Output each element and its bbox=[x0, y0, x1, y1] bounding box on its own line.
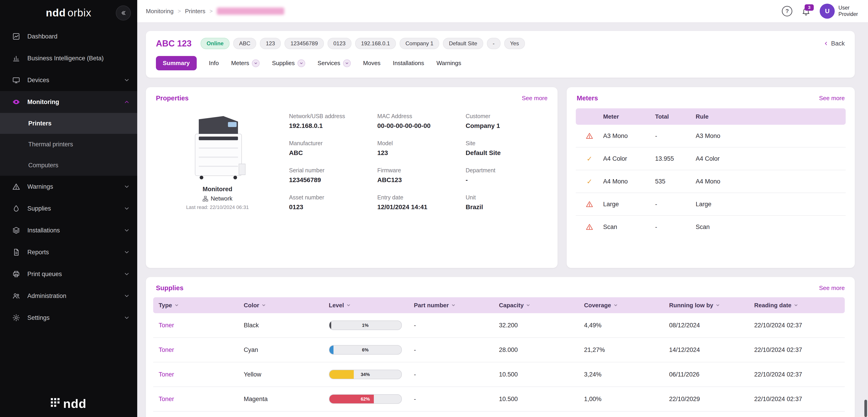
sidebar-item-print-queues[interactable]: Print queues bbox=[0, 263, 137, 285]
sidebar-item-warnings[interactable]: Warnings bbox=[0, 176, 137, 198]
main-area: Monitoring > Printers > ? 3 U User Provi… bbox=[137, 0, 868, 417]
tab-info[interactable]: Info bbox=[209, 60, 219, 67]
last-read-label: Last read: 22/10/2024 06:31 bbox=[186, 204, 249, 210]
supply-type-link[interactable]: Toner bbox=[159, 371, 244, 378]
column-header-coverage[interactable]: Coverage bbox=[584, 302, 669, 309]
sidebar-item-reports[interactable]: Reports bbox=[0, 241, 137, 263]
breadcrumb-separator: > bbox=[178, 8, 181, 14]
meter-rule: A4 Mono bbox=[696, 178, 846, 185]
sidebar-item-monitoring[interactable]: Monitoring bbox=[0, 91, 137, 113]
property-field: Network/USB address192.168.0.1 bbox=[289, 113, 371, 130]
sidebar-item-label: Warnings bbox=[27, 183, 124, 190]
column-header-type[interactable]: Type bbox=[159, 302, 244, 309]
supply-part-number: - bbox=[414, 371, 499, 378]
table-row: Toner Cyan 6% - 28.000 21,27% 14/12/2024… bbox=[153, 338, 845, 362]
meters-see-more-link[interactable]: See more bbox=[819, 95, 845, 102]
meter-name: A3 Mono bbox=[603, 133, 655, 140]
tab-supplies[interactable]: Supplies bbox=[272, 60, 305, 67]
sidebar-item-printers[interactable]: Printers bbox=[0, 113, 137, 134]
eye-icon bbox=[12, 98, 21, 106]
tab-meters[interactable]: Meters bbox=[231, 60, 259, 67]
tab-warnings[interactable]: Warnings bbox=[436, 60, 461, 67]
ndd-grid-icon bbox=[51, 398, 60, 409]
tab-moves[interactable]: Moves bbox=[363, 60, 381, 67]
column-header-capacity[interactable]: Capacity bbox=[499, 302, 584, 309]
breadcrumb-printers[interactable]: Printers bbox=[185, 8, 206, 15]
sidebar-item-business-intelligence[interactable]: Business Intelligence (Beta) bbox=[0, 47, 137, 69]
table-row: Scan - Scan bbox=[576, 216, 846, 238]
bar-chart-icon bbox=[12, 54, 21, 63]
sidebar-collapse-button[interactable] bbox=[116, 5, 131, 21]
column-header-level[interactable]: Level bbox=[329, 302, 414, 309]
user-menu[interactable]: U User Provider bbox=[820, 4, 858, 19]
column-header-running-low-by[interactable]: Running low by bbox=[669, 302, 754, 309]
back-button[interactable]: Back bbox=[823, 40, 845, 47]
sort-chevron-icon bbox=[715, 303, 720, 308]
chevron-down-icon bbox=[124, 249, 130, 255]
layers-icon bbox=[12, 226, 21, 235]
tab-installations[interactable]: Installations bbox=[393, 60, 424, 67]
table-row: ✓ A4 Color 13.955 A4 Color bbox=[576, 147, 846, 170]
supplies-see-more-link[interactable]: See more bbox=[819, 284, 845, 291]
warning-triangle-icon bbox=[12, 182, 21, 191]
scrollbar-thumb[interactable] bbox=[864, 400, 867, 417]
column-header-color[interactable]: Color bbox=[244, 302, 329, 309]
supply-type-link[interactable]: Toner bbox=[159, 395, 244, 403]
column-header-part-number[interactable]: Part number bbox=[414, 302, 499, 309]
sidebar-item-administration[interactable]: Administration bbox=[0, 285, 137, 307]
supply-running-low-by: 06/11/2026 bbox=[669, 371, 754, 378]
supply-running-low-by: 14/12/2024 bbox=[669, 346, 754, 353]
device-header-card: ABC 123 Online ABC 123 123456789 0123 19… bbox=[146, 31, 855, 78]
sidebar-item-computers[interactable]: Computers bbox=[0, 155, 137, 176]
sidebar-subitem-label: Printers bbox=[28, 120, 52, 127]
badge-model: 123 bbox=[260, 38, 281, 49]
warning-triangle-icon bbox=[576, 223, 603, 231]
notifications-button[interactable]: 3 bbox=[801, 7, 811, 16]
chevron-left-icon bbox=[823, 41, 829, 46]
breadcrumb-separator: > bbox=[210, 8, 213, 14]
tab-services[interactable]: Services bbox=[317, 60, 351, 67]
column-header-meter: Meter bbox=[603, 113, 655, 120]
properties-see-more-link[interactable]: See more bbox=[522, 95, 548, 102]
property-field: Serial number123456789 bbox=[289, 167, 371, 184]
footer-logo-text: ndd bbox=[63, 396, 86, 411]
sidebar-item-supplies[interactable]: Supplies bbox=[0, 198, 137, 219]
supply-reading-date: 22/10/2024 02:37 bbox=[754, 371, 839, 378]
connection-type-label: Network bbox=[211, 195, 232, 202]
sidebar-item-label: Monitoring bbox=[27, 99, 124, 106]
dashboard-icon bbox=[12, 32, 21, 41]
chevron-down-icon bbox=[124, 315, 130, 321]
properties-grid: Network/USB address192.168.0.1 MAC Addre… bbox=[279, 107, 548, 211]
supply-type-link[interactable]: Toner bbox=[159, 346, 244, 353]
table-row: ✓ A4 Mono 535 A4 Mono bbox=[576, 170, 846, 193]
sidebar-item-settings[interactable]: Settings bbox=[0, 307, 137, 329]
sidebar-item-thermal-printers[interactable]: Thermal printers bbox=[0, 134, 137, 155]
chevron-down-icon bbox=[124, 77, 130, 83]
sidebar-item-label: Administration bbox=[27, 292, 124, 300]
breadcrumb-monitoring[interactable]: Monitoring bbox=[146, 8, 174, 15]
properties-card: Properties See more bbox=[146, 87, 558, 268]
page-content: ABC 123 Online ABC 123 123456789 0123 19… bbox=[137, 23, 868, 417]
sidebar-item-dashboard[interactable]: Dashboard bbox=[0, 26, 137, 47]
supply-type-link[interactable]: Toner bbox=[159, 322, 244, 329]
meter-rule: A3 Mono bbox=[696, 133, 846, 140]
network-icon bbox=[203, 196, 208, 202]
supply-part-number: - bbox=[414, 322, 499, 329]
supplies-card: Supplies See more Type Color Level Part … bbox=[146, 277, 855, 417]
meter-rule: A4 Color bbox=[696, 155, 846, 162]
supply-coverage: 21,27% bbox=[584, 346, 669, 353]
column-header-total: Total bbox=[655, 113, 696, 120]
supply-color: Yellow bbox=[244, 371, 329, 378]
sidebar-item-label: Devices bbox=[27, 77, 124, 84]
check-icon: ✓ bbox=[576, 155, 603, 163]
tab-summary[interactable]: Summary bbox=[156, 56, 197, 70]
column-header-reading-date[interactable]: Reading date bbox=[754, 302, 839, 309]
sidebar-item-installations[interactable]: Installations bbox=[0, 219, 137, 241]
device-tabs: Summary Info Meters Supplies Services Mo… bbox=[156, 56, 845, 70]
meters-table-header: Meter Total Rule bbox=[576, 108, 846, 125]
help-icon[interactable]: ? bbox=[782, 6, 792, 16]
printer-image bbox=[183, 113, 252, 181]
sidebar-item-devices[interactable]: Devices bbox=[0, 69, 137, 91]
printer-figure: Monitored Network Last read: 22/10/2024 … bbox=[156, 107, 279, 211]
sidebar-footer-logo: ndd bbox=[0, 396, 137, 411]
